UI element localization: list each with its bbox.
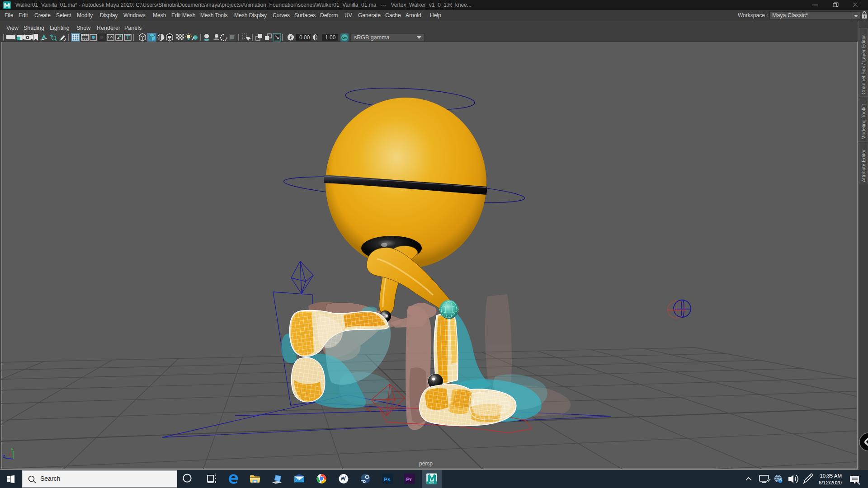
svg-text:ON: ON — [342, 36, 347, 39]
svg-text:z: z — [3, 453, 5, 459]
svg-text:Pr: Pr — [406, 476, 412, 483]
svg-text:0.00: 0.00 — [299, 34, 310, 41]
svg-text:1.00: 1.00 — [325, 34, 336, 41]
svg-text:MAYA: MAYA — [429, 482, 434, 484]
svg-text:sRGB gamma: sRGB gamma — [354, 34, 390, 41]
svg-text:y: y — [11, 446, 14, 451]
svg-text:Ps: Ps — [384, 476, 391, 483]
svg-text:x: x — [9, 452, 11, 457]
svg-text:persp: persp — [419, 460, 433, 467]
